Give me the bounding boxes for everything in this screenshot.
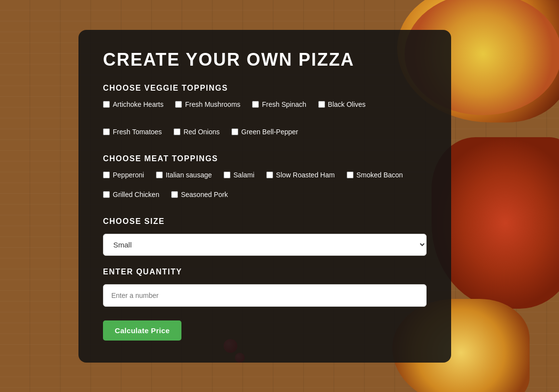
meat-italian-sausage-label: Italian sausage [166, 171, 212, 179]
calculate-price-button[interactable]: Calculate Price [103, 320, 181, 341]
meat-chicken-label: Grilled Chicken [113, 191, 159, 198]
veggie-spinach-label: Fresh Spinach [262, 100, 306, 108]
meat-pork-label: Seasoned Pork [181, 191, 228, 198]
meat-pepperoni-item[interactable]: Pepperoni [103, 171, 144, 179]
meat-bacon-label: Smoked Bacon [356, 171, 403, 179]
veggie-olives-label: Black Olives [328, 100, 366, 108]
quantity-input[interactable] [103, 284, 427, 307]
meat-bacon-item[interactable]: Smoked Bacon [347, 171, 403, 179]
veggie-olives-item[interactable]: Black Olives [318, 100, 366, 108]
veggie-checkboxes-grid: Artichoke Hearts Fresh Mushrooms Fresh S… [103, 100, 427, 140]
meat-chicken-item[interactable]: Grilled Chicken [103, 191, 159, 198]
veggie-toppings-section: Choose Veggie Toppings Artichoke Hearts … [103, 84, 427, 140]
meat-pepperoni-label: Pepperoni [113, 171, 144, 179]
veggie-artichoke-label: Artichoke Hearts [113, 100, 163, 108]
veggie-mushrooms-item[interactable]: Fresh Mushrooms [175, 100, 240, 108]
meat-toppings-section: Choose Meat Toppings Pepperoni Italian s… [103, 154, 427, 202]
veggie-mushrooms-label: Fresh Mushrooms [185, 100, 240, 108]
quantity-section: Enter Quantity [103, 268, 427, 307]
meat-salami-item[interactable]: Salami [224, 171, 254, 179]
size-section-heading: Choose Size [103, 217, 427, 226]
meat-salami-label: Salami [233, 171, 254, 179]
veggie-tomatoes-label: Fresh Tomatoes [113, 128, 162, 136]
veggie-spinach-item[interactable]: Fresh Spinach [252, 100, 306, 108]
meat-salami-checkbox[interactable] [224, 172, 230, 178]
meat-checkboxes-grid: Pepperoni Italian sausage Salami Slow Ro… [103, 171, 427, 202]
veggie-spinach-checkbox[interactable] [252, 101, 259, 108]
veggie-olives-checkbox[interactable] [318, 101, 325, 108]
veggie-artichoke-item[interactable]: Artichoke Hearts [103, 100, 163, 108]
meat-pepperoni-checkbox[interactable] [103, 172, 110, 178]
meat-ham-checkbox[interactable] [266, 172, 273, 178]
meat-ham-item[interactable]: Slow Roasted Ham [266, 171, 335, 179]
meat-italian-sausage-item[interactable]: Italian sausage [156, 171, 212, 179]
veggie-onions-label: Red Onions [183, 128, 220, 136]
meat-chicken-checkbox[interactable] [103, 191, 110, 198]
veggie-bellpepper-checkbox[interactable] [231, 128, 238, 135]
size-select[interactable]: Small Medium Large Extra Large [103, 234, 427, 256]
size-section: Choose Size Small Medium Large Extra Lar… [103, 217, 427, 256]
meat-ham-label: Slow Roasted Ham [276, 171, 335, 179]
page-title: Create Your Own Pizza [103, 49, 427, 70]
meat-italian-sausage-checkbox[interactable] [156, 172, 163, 178]
veggie-bellpepper-label: Green Bell-Pepper [241, 128, 298, 136]
veggie-tomatoes-item[interactable]: Fresh Tomatoes [103, 128, 162, 136]
meat-pork-checkbox[interactable] [171, 191, 178, 198]
veggie-onions-checkbox[interactable] [174, 128, 180, 135]
veggie-onions-item[interactable]: Red Onions [174, 128, 220, 136]
veggie-tomatoes-checkbox[interactable] [103, 128, 110, 135]
veggie-mushrooms-checkbox[interactable] [175, 101, 182, 108]
pizza-form-panel: Create Your Own Pizza Choose Veggie Topp… [78, 30, 451, 363]
meat-pork-item[interactable]: Seasoned Pork [171, 191, 228, 198]
meat-section-heading: Choose Meat Toppings [103, 154, 427, 163]
meat-bacon-checkbox[interactable] [347, 172, 354, 178]
veggie-artichoke-checkbox[interactable] [103, 101, 110, 108]
quantity-section-heading: Enter Quantity [103, 268, 427, 276]
veggie-section-heading: Choose Veggie Toppings [103, 84, 427, 93]
veggie-bellpepper-item[interactable]: Green Bell-Pepper [231, 128, 298, 136]
